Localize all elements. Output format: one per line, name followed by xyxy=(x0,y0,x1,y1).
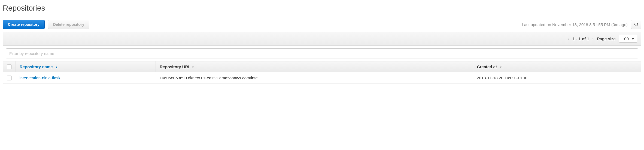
cell-uri: 166058053690.dkr.ecr.us-east-1.amazonaws… xyxy=(156,72,473,84)
table-row: intervention-ninja-flask 166058053690.dk… xyxy=(3,72,641,84)
delete-repository-button[interactable]: Delete repository xyxy=(48,20,89,29)
row-checkbox[interactable] xyxy=(7,76,12,80)
column-header-created-label: Created at xyxy=(477,64,497,69)
page-header: Repositories xyxy=(3,3,641,16)
select-all-checkbox[interactable] xyxy=(7,64,12,69)
column-header-name-label: Repository name xyxy=(20,64,53,69)
column-header-created[interactable]: Created at ▼ xyxy=(473,61,641,72)
pagination-bar: ‹ 1 - 1 of 1 › Page size 100 xyxy=(3,32,641,46)
chevron-down-icon xyxy=(631,38,634,40)
next-page-button[interactable]: › xyxy=(593,36,594,41)
sort-asc-icon: ▲ xyxy=(55,65,58,69)
repositories-table: Repository name ▲ Repository URI ▼ Creat… xyxy=(3,61,641,84)
page-size-label: Page size xyxy=(597,36,616,41)
column-header-uri[interactable]: Repository URI ▼ xyxy=(156,61,473,72)
prev-page-button[interactable]: ‹ xyxy=(568,36,569,41)
page-title: Repositories xyxy=(3,4,641,12)
last-updated-text: Last updated on November 18, 2018 8:51:5… xyxy=(522,22,628,27)
refresh-button[interactable] xyxy=(631,20,641,29)
sort-none-icon: ▼ xyxy=(499,65,502,69)
cell-name: intervention-ninja-flask xyxy=(16,72,156,84)
pagination-range: 1 - 1 of 1 xyxy=(573,36,589,41)
create-repository-button[interactable]: Create repository xyxy=(3,20,45,29)
page-size-select[interactable]: 100 xyxy=(619,35,637,43)
column-header-name[interactable]: Repository name ▲ xyxy=(16,61,156,72)
row-select-cell xyxy=(3,72,16,84)
page-size-value: 100 xyxy=(622,36,629,41)
column-header-uri-label: Repository URI xyxy=(160,64,189,69)
sort-none-icon: ▼ xyxy=(192,65,195,69)
filter-bar xyxy=(3,46,641,61)
table-header-row: Repository name ▲ Repository URI ▼ Creat… xyxy=(3,61,641,72)
cell-created: 2018-11-18 20:14:09 +0100 xyxy=(473,72,641,84)
repository-link[interactable]: intervention-ninja-flask xyxy=(20,76,60,80)
table-container: ‹ 1 - 1 of 1 › Page size 100 Repository … xyxy=(3,32,641,84)
toolbar: Create repository Delete repository Last… xyxy=(3,16,641,32)
refresh-icon xyxy=(634,22,638,27)
select-all-header xyxy=(3,61,16,72)
filter-input[interactable] xyxy=(6,48,638,58)
